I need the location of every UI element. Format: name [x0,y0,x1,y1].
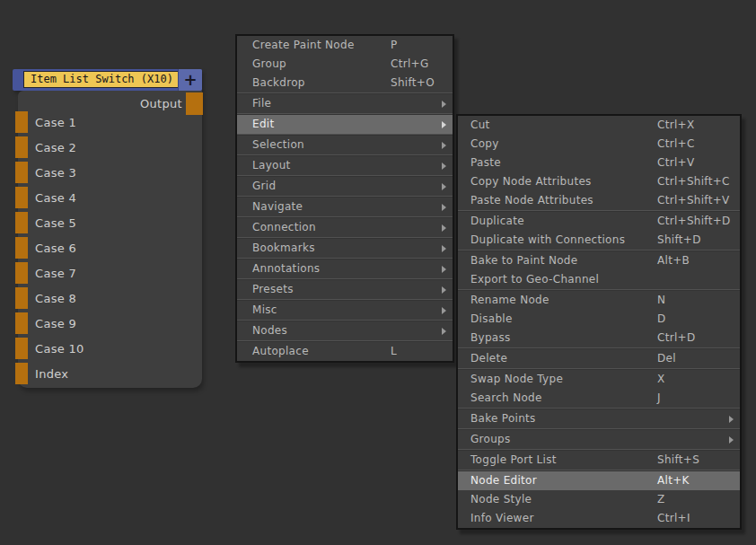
menu-item-shortcut: X [657,370,665,389]
edit-submenu-item-groups[interactable]: Groups [458,430,740,449]
port-connector[interactable] [15,136,28,158]
menu-item-label: Grid [252,180,276,192]
output-port-connector[interactable] [186,92,203,115]
menu-item-label: Presets [252,283,294,295]
menu-item-shortcut: Ctrl+Shift+C [657,172,730,191]
context-menu-item-navigate[interactable]: Navigate [237,198,453,216]
edit-submenu-item-node-style[interactable]: Node StyleZ [458,490,740,509]
menu-item-label: Duplicate [470,215,524,227]
edit-submenu-item-copy[interactable]: CopyCtrl+C [458,135,740,154]
context-menu-item-nodes[interactable]: Nodes [237,321,453,340]
port-label: Case 1 [35,116,76,129]
input-port-row-case-4: Case 4 [15,187,76,208]
port-connector[interactable] [15,262,28,284]
edit-submenu-item-paste[interactable]: PasteCtrl+V [458,154,740,172]
edit-submenu-item-node-editor[interactable]: Node EditorAlt+K [458,471,740,490]
input-port-row-case-7: Case 7 [15,262,76,284]
edit-submenu-item-copy-node-attributes[interactable]: Copy Node AttributesCtrl+Shift+C [458,172,740,191]
context-menu-item-annotations[interactable]: Annotations [237,259,453,278]
port-connector[interactable] [15,363,28,384]
submenu-arrow-icon [442,204,446,211]
edit-submenu-item-search-node[interactable]: Search NodeJ [458,389,740,408]
menu-item-label: Selection [252,138,304,151]
submenu-arrow-icon [442,245,446,252]
edit-submenu-item-duplicate[interactable]: DuplicateCtrl+Shift+D [458,212,740,231]
input-port-row-case-3: Case 3 [15,162,76,183]
add-port-button[interactable]: + [178,69,202,91]
menu-item-label: Node Style [470,493,532,505]
menu-item-label: Layout [252,159,291,171]
context-menu-item-misc[interactable]: Misc [237,301,453,320]
menu-item-shortcut: Ctrl+Shift+V [657,191,730,210]
port-connector[interactable] [15,338,28,359]
edit-submenu-item-bake-to-paint-node[interactable]: Bake to Paint NodeAlt+B [458,251,740,270]
edit-submenu-item-swap-node-type[interactable]: Swap Node TypeX [458,370,740,389]
menu-item-label: Swap Node Type [470,373,563,385]
edit-submenu-item-toggle-port-list[interactable]: Toggle Port ListShift+S [458,451,740,470]
port-label: Case 6 [35,242,76,255]
menu-item-label: Annotations [252,262,320,275]
port-connector[interactable] [15,237,28,259]
edit-submenu-item-duplicate-with-connections[interactable]: Duplicate with ConnectionsShift+D [458,231,740,250]
context-menu-item-edit[interactable]: Edit [237,115,453,134]
menu-item-label: Paste [470,156,501,169]
context-menu-item-file[interactable]: File [237,94,453,113]
edit-submenu-item-bypass[interactable]: BypassCtrl+D [458,329,740,347]
menu-item-label: File [252,97,271,110]
menu-item-label: Node Editor [470,474,537,487]
edit-submenu-item-disable[interactable]: DisableD [458,310,740,329]
context-menu-item-layout[interactable]: Layout [237,156,453,175]
edit-submenu-item-delete[interactable]: DeleteDel [458,349,740,368]
menu-item-shortcut: Z [657,490,665,509]
context-menu-item-connection[interactable]: Connection [237,218,453,237]
output-port-label: Output [140,92,182,115]
node-body[interactable]: Output Case 1Case 2Case 3Case 4Case 5Cas… [18,91,202,388]
submenu-arrow-icon [442,101,446,108]
menu-item-label: Bake to Paint Node [470,254,577,267]
menu-item-label: Rename Node [470,294,549,306]
edit-submenu-item-export-to-geo-channel[interactable]: Export to Geo-Channel [458,270,740,289]
port-connector[interactable] [15,287,28,309]
context-menu-item-selection[interactable]: Selection [237,136,453,154]
context-menu-item-grid[interactable]: Grid [237,177,453,196]
port-connector[interactable] [15,162,28,183]
menu-item-label: Connection [252,221,316,233]
port-connector[interactable] [15,111,28,133]
input-port-row-case-5: Case 5 [15,212,76,233]
context-menu-item-create-paint-node[interactable]: Create Paint NodeP [237,36,453,55]
edit-submenu-item-rename-node[interactable]: Rename NodeN [458,291,740,310]
submenu-arrow-icon [442,163,446,170]
context-menu-item-bookmarks[interactable]: Bookmarks [237,239,453,258]
port-connector[interactable] [15,212,28,233]
menu-item-label: Nodes [252,324,287,337]
edit-submenu-item-bake-points[interactable]: Bake Points [458,409,740,428]
context-menu-item-presets[interactable]: Presets [237,280,453,299]
menu-item-label: Edit [252,118,274,130]
menu-item-label: Copy [470,137,499,150]
node-header[interactable]: Item List Switch (X10) + [13,69,202,91]
menu-item-shortcut: Ctrl+G [391,55,429,74]
menu-item-label: Autoplace [252,345,309,357]
menu-item-label: Group [252,57,286,70]
port-connector[interactable] [15,187,28,208]
menu-item-shortcut: D [657,310,666,329]
port-label: Case 2 [35,141,76,154]
menu-item-shortcut: P [391,36,398,55]
context-menu-item-group[interactable]: GroupCtrl+G [237,55,453,74]
edit-submenu-item-cut[interactable]: CutCtrl+X [458,116,740,135]
edit-submenu-item-info-viewer[interactable]: Info ViewerCtrl+I [458,509,740,528]
context-menu-item-backdrop[interactable]: BackdropShift+O [237,74,453,92]
port-label: Case 5 [35,216,76,230]
submenu-arrow-icon [442,286,446,294]
context-menu-item-autoplace[interactable]: AutoplaceL [237,342,453,361]
port-label: Case 4 [35,191,76,205]
submenu-arrow-icon [442,183,446,190]
menu-item-label: Duplicate with Connections [470,233,625,246]
menu-item-label: Delete [470,352,507,365]
node-title[interactable]: Item List Switch (X10) [23,71,180,88]
edit-submenu: CutCtrl+XCopyCtrl+CPasteCtrl+VCopy Node … [456,114,742,530]
port-connector[interactable] [15,312,28,334]
menu-item-label: Toggle Port List [470,453,557,466]
edit-submenu-item-paste-node-attributes[interactable]: Paste Node AttributesCtrl+Shift+V [458,191,740,210]
submenu-arrow-icon [442,224,446,232]
